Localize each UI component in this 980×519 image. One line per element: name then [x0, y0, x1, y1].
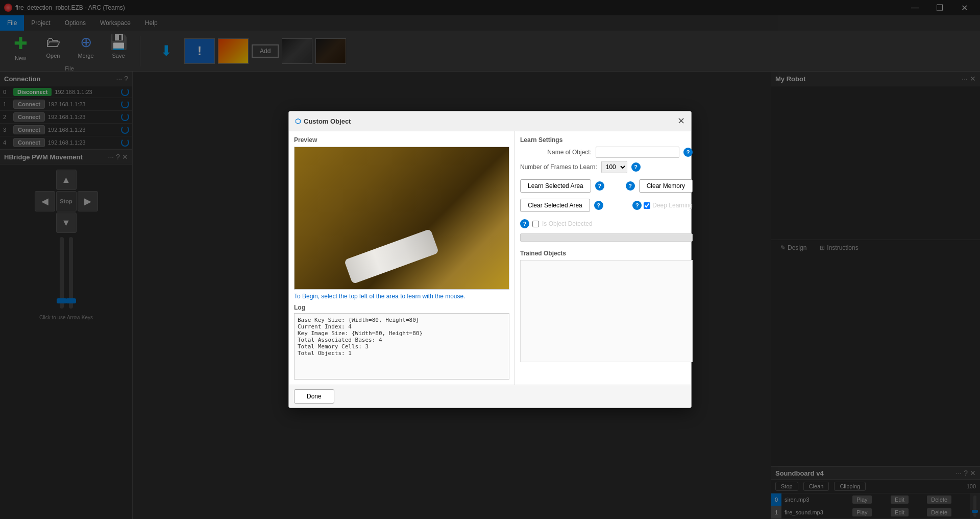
clear-selected-area-btn[interactable]: Clear Selected Area	[520, 199, 590, 212]
done-btn[interactable]: Done	[294, 389, 334, 404]
frames-label: Number of Frames to Learn:	[520, 163, 597, 171]
log-label: Log	[294, 304, 509, 311]
name-help-icon[interactable]: ?	[683, 148, 693, 157]
frames-help-icon[interactable]: ?	[631, 162, 641, 172]
log-line-4: Total Memory Cells: 3	[298, 343, 506, 350]
deep-learning-checkbox[interactable]	[644, 202, 650, 209]
action-btns-row-1: Learn Selected Area ? ? Clear Memory	[520, 179, 693, 193]
done-btn-row: Done	[289, 385, 691, 408]
log-line-5: Total Objects: 1	[298, 350, 506, 357]
learn-settings-label: Learn Settings	[520, 136, 693, 144]
clear-memory-btn[interactable]: Clear Memory	[639, 179, 693, 193]
clear-area-help-icon[interactable]: ?	[594, 201, 603, 210]
custom-object-dialog: ⬡ Custom Object ✕ Preview To Begin, sele…	[288, 111, 692, 408]
is-detected-help-icon[interactable]: ?	[520, 219, 529, 228]
frames-select[interactable]: 100 50 200	[601, 161, 627, 173]
name-label: Name of Object:	[520, 149, 592, 156]
preview-label: Preview	[294, 136, 509, 144]
dialog-left: Preview To Begin, select the top left of…	[289, 131, 515, 385]
preview-area	[294, 147, 509, 290]
deep-learning-help-icon[interactable]: ?	[632, 201, 642, 210]
is-detected-row: ? Is Object Detected	[520, 219, 693, 228]
log-line-3: Total Associated Bases: 4	[298, 337, 506, 343]
dialog-title: ⬡ Custom Object	[295, 117, 351, 125]
name-of-object-input[interactable]	[596, 147, 679, 158]
log-section: Log Base Key Size: {Width=80, Height=80}…	[294, 304, 509, 380]
dialog-right: Learn Settings Name of Object: ? Number …	[515, 131, 698, 385]
is-detected-label: Is Object Detected	[542, 220, 593, 227]
dialog-body: Preview To Begin, select the top left of…	[289, 131, 691, 385]
preview-hint: To Begin, select the top left of the are…	[294, 293, 509, 300]
log-content: Base Key Size: {Width=80, Height=80} Cur…	[294, 313, 509, 380]
deep-learning-label: Deep Learning	[652, 202, 693, 209]
trained-objects-label: Trained Objects	[520, 250, 693, 257]
dialog-overlay: ⬡ Custom Object ✕ Preview To Begin, sele…	[0, 0, 980, 519]
frames-row: Number of Frames to Learn: 100 50 200 ?	[520, 161, 693, 173]
is-detected-checkbox[interactable]	[532, 221, 539, 227]
clear-memory-help-icon[interactable]: ?	[626, 181, 635, 191]
learn-selected-area-btn[interactable]: Learn Selected Area	[520, 179, 591, 193]
preview-placeholder	[295, 147, 509, 290]
dialog-close-btn[interactable]: ✕	[677, 115, 685, 127]
log-line-1: Current Index: 4	[298, 323, 506, 330]
dialog-title-icon: ⬡	[295, 117, 301, 125]
action-btns-row-2: Clear Selected Area ? ? Deep Learning	[520, 199, 693, 212]
trained-section: Trained Objects	[520, 250, 693, 362]
log-line-0: Base Key Size: {Width=80, Height=80}	[298, 317, 506, 323]
trained-objects-area	[520, 260, 693, 362]
name-of-object-row: Name of Object: ?	[520, 147, 693, 158]
progress-bar	[520, 233, 693, 242]
preview-tube	[344, 229, 439, 285]
learn-help-icon[interactable]: ?	[595, 181, 604, 191]
dialog-title-bar: ⬡ Custom Object ✕	[289, 111, 691, 131]
log-line-2: Key Image Size: {Width=80, Height=80}	[298, 330, 506, 337]
deep-learning-row: ? Deep Learning	[632, 201, 693, 210]
